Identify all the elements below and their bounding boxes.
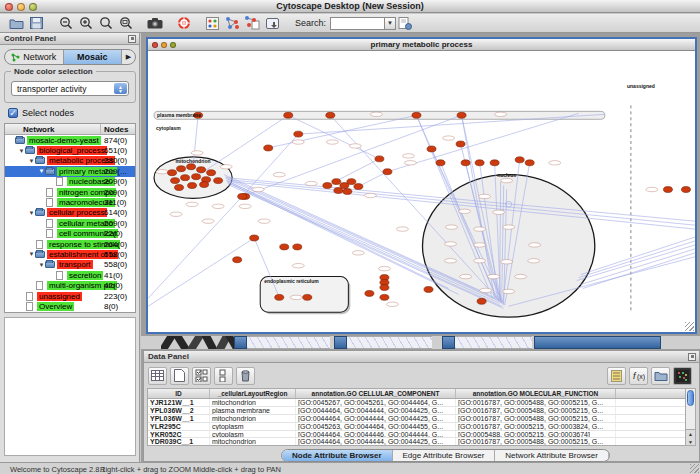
graph-node[interactable] xyxy=(456,141,465,147)
graph-node[interactable] xyxy=(168,170,177,176)
new-attribute-icon[interactable] xyxy=(170,367,189,385)
graph-node[interactable] xyxy=(293,244,302,250)
import-attributes-folder-icon[interactable] xyxy=(651,367,670,385)
tree-row[interactable]: Overview8(0) xyxy=(5,301,135,311)
table-scrollbar[interactable]: ▲▼ xyxy=(685,388,696,446)
background-frame-corner[interactable] xyxy=(234,336,247,349)
help-lifebuoy-icon[interactable] xyxy=(175,15,192,31)
table-row[interactable]: YLR295Ccytoplasm[GO:0045263, GO:0044464,… xyxy=(148,423,686,431)
graph-node[interactable] xyxy=(436,160,445,166)
background-frame-corner[interactable] xyxy=(334,336,347,349)
search-combobox[interactable]: ▼ xyxy=(330,17,396,30)
graph-node[interactable] xyxy=(343,189,352,195)
node-color-dropdown[interactable]: transporter activity ▲▼ xyxy=(11,81,129,96)
graph-node[interactable] xyxy=(238,193,247,199)
zoom-out-icon[interactable] xyxy=(57,15,74,31)
graph-node[interactable] xyxy=(427,146,436,152)
graph-node[interactable] xyxy=(264,145,273,151)
tab-network-attribute-browser[interactable]: Network Attribute Browser xyxy=(495,450,608,461)
graph-node[interactable] xyxy=(424,286,433,292)
select-attributes-icon[interactable] xyxy=(192,367,211,385)
graph-node[interactable] xyxy=(412,112,421,118)
graph-node[interactable] xyxy=(490,160,499,166)
graph-node[interactable] xyxy=(457,112,466,118)
graph-node[interactable] xyxy=(477,298,486,304)
zoom-selected-icon[interactable] xyxy=(97,15,114,31)
graph-node[interactable] xyxy=(175,185,184,191)
graph-node[interactable] xyxy=(681,187,690,193)
tab-edge-attribute-browser[interactable]: Edge Attribute Browser xyxy=(393,450,496,461)
graph-node[interactable] xyxy=(303,294,312,300)
network-canvas[interactable]: plasma membranecytoplasmmitochondrionnuc… xyxy=(148,51,695,332)
select-nodes-checkbox[interactable]: ✓ xyxy=(8,108,18,118)
network-frame-titlebar[interactable]: primary metabolic process xyxy=(148,39,695,51)
tab-network[interactable]: Network xyxy=(5,50,64,64)
background-frame-preview[interactable] xyxy=(455,336,532,349)
scrollbar-arrows-icon[interactable]: ▲▼ xyxy=(686,429,695,445)
window-resize-grip-icon[interactable] xyxy=(690,464,699,473)
expand-triangle-icon[interactable]: ▼ xyxy=(38,262,45,268)
graph-node[interactable] xyxy=(280,244,289,250)
graph-node[interactable] xyxy=(284,112,293,118)
graph-node[interactable] xyxy=(663,187,672,193)
float-panel-icon[interactable] xyxy=(688,353,696,361)
more-tabs-arrow-icon[interactable]: ▶ xyxy=(122,50,135,64)
graph-node[interactable] xyxy=(475,160,484,166)
tree-row[interactable]: ▼metabolic process280(0) xyxy=(5,156,135,166)
table-row[interactable]: YKR052Ccytoplasm[GO:0044464, GO:0044446,… xyxy=(148,431,686,439)
tree-row[interactable]: response to stimulu264(0) xyxy=(5,239,135,249)
graph-node[interactable] xyxy=(197,167,206,173)
graph-node[interactable] xyxy=(326,112,335,118)
tree-row[interactable]: ▼establishment of lo558(0) xyxy=(5,249,135,259)
graph-node[interactable] xyxy=(332,179,341,185)
zoom-in-icon[interactable] xyxy=(77,15,94,31)
delete-attribute-trash-icon[interactable] xyxy=(236,367,255,385)
graph-node[interactable] xyxy=(380,285,389,291)
table-row[interactable]: YPL036W__1mitochondrion[GO:0044464, GO:0… xyxy=(148,415,686,423)
search-input[interactable] xyxy=(330,17,384,30)
tree-row[interactable]: unassigned223(0) xyxy=(5,291,135,301)
unselect-attributes-icon[interactable] xyxy=(214,367,233,385)
attribute-table[interactable]: ID_cellularLayoutRegionannotation.GO CEL… xyxy=(147,388,687,446)
graph-node[interactable] xyxy=(188,183,197,189)
tree-row[interactable]: ▼primary metabo209(... xyxy=(5,166,135,176)
graph-node[interactable] xyxy=(275,294,284,300)
formula-builder-icon[interactable]: f(x) xyxy=(629,367,648,385)
import-network-icon[interactable] xyxy=(244,15,261,31)
tree-row[interactable]: multi-organism pro42(0) xyxy=(5,280,135,290)
create-network-icon[interactable] xyxy=(224,15,241,31)
table-column-header[interactable] xyxy=(616,389,686,398)
table-row[interactable]: YDR039C__1mitochondrion[GO:0044464, GO:0… xyxy=(148,438,686,446)
tree-row[interactable]: ▼cellular process614(0) xyxy=(5,208,135,218)
graph-node[interactable] xyxy=(354,184,363,190)
tree-row[interactable]: cell communicat22(0) xyxy=(5,229,135,239)
table-column-header[interactable]: annotation.GO CELLULAR_COMPONENT xyxy=(296,389,456,398)
graph-node[interactable] xyxy=(192,174,201,180)
expand-triangle-icon[interactable]: ▼ xyxy=(28,251,35,257)
network-view-frame[interactable]: primary metabolic process plasma membran… xyxy=(146,37,697,334)
graph-node[interactable] xyxy=(214,178,223,184)
graph-node[interactable] xyxy=(200,182,209,188)
tree-row[interactable]: ▼transport558(0) xyxy=(5,260,135,270)
graph-node[interactable] xyxy=(375,156,384,162)
background-frame-corner[interactable] xyxy=(442,336,455,349)
graph-node[interactable] xyxy=(525,160,534,166)
attribute-matrix-icon[interactable] xyxy=(673,367,692,385)
float-panel-icon[interactable] xyxy=(128,35,136,43)
annotation-icon[interactable] xyxy=(264,15,281,31)
graph-node[interactable] xyxy=(250,235,259,241)
graph-node[interactable] xyxy=(347,179,356,185)
graph-node[interactable] xyxy=(177,166,186,172)
graph-node[interactable] xyxy=(515,157,524,163)
graph-node[interactable] xyxy=(294,131,303,137)
graph-node[interactable] xyxy=(365,290,374,296)
table-column-header[interactable]: _cellularLayoutRegion xyxy=(210,389,296,398)
expand-triangle-icon[interactable]: ▼ xyxy=(38,168,45,174)
tree-row[interactable]: cellular metabo209(0) xyxy=(5,218,135,228)
vizmapper-icon[interactable] xyxy=(204,15,221,31)
tree-row[interactable]: mosaic-demo-yeast874(0) xyxy=(5,135,135,145)
background-frame-titlebar[interactable] xyxy=(534,336,661,349)
expand-triangle-icon[interactable]: ▼ xyxy=(28,210,35,216)
graph-node[interactable] xyxy=(383,169,392,175)
table-row[interactable]: YPL036W__2plasma membrane[GO:0044464, GO… xyxy=(148,407,686,415)
